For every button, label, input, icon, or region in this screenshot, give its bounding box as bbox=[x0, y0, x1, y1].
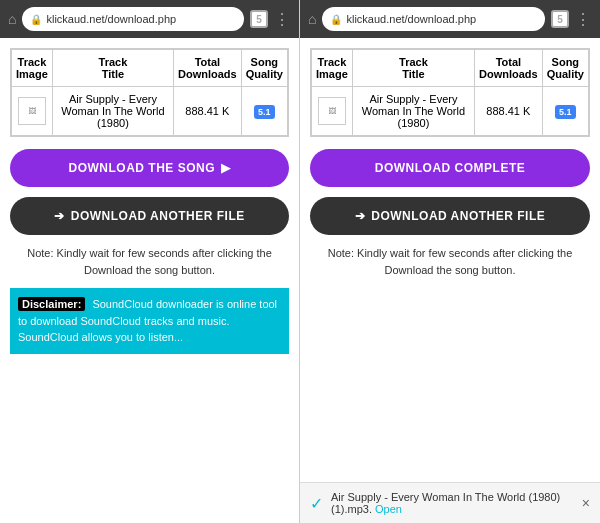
lock-icon-right: 🔒 bbox=[330, 14, 342, 25]
table-row-left: 🖼 Air Supply - Every Woman In The World … bbox=[12, 87, 288, 136]
browser-bar-right: ⌂ 🔒 klickaud.net/download.php 5 ⋮ bbox=[300, 0, 600, 38]
col-header-song-quality-right: SongQuality bbox=[542, 50, 588, 87]
col-header-track-image-right: TrackImage bbox=[312, 50, 353, 87]
disclaimer-label-left: Disclaimer: bbox=[18, 297, 85, 311]
download-complete-label-right: DOWNLOAD COMPLETE bbox=[375, 161, 526, 175]
disclaimer-box-left: Disclaimer: SoundCloud downloader is onl… bbox=[10, 288, 289, 354]
page-content-right: TrackImage TrackTitle TotalDownloads Son… bbox=[300, 38, 600, 482]
tab-count-left[interactable]: 5 bbox=[250, 10, 268, 28]
table-row-right: 🖼 Air Supply - Every Woman In The World … bbox=[312, 87, 589, 136]
arrow-icon-right: ➔ bbox=[355, 209, 366, 223]
quality-badge-right: 5.1 bbox=[555, 105, 576, 119]
url-bar-right[interactable]: 🔒 klickaud.net/download.php bbox=[322, 7, 545, 31]
menu-dots-left[interactable]: ⋮ bbox=[274, 10, 291, 29]
col-header-track-title-right: TrackTitle bbox=[352, 50, 474, 87]
page-content-left: TrackImage TrackTitle TotalDownloads Son… bbox=[0, 38, 299, 523]
track-image-cell-right: 🖼 bbox=[312, 87, 353, 136]
url-text-left: klickaud.net/download.php bbox=[46, 13, 176, 25]
col-header-song-quality-left: SongQuality bbox=[241, 50, 287, 87]
col-header-total-downloads-right: TotalDownloads bbox=[475, 50, 543, 87]
filename-text: Air Supply - Every Woman In The World (1… bbox=[331, 491, 560, 515]
download-another-label-left: DOWNLOAD ANOTHER FILE bbox=[71, 209, 245, 223]
col-header-track-image-left: TrackImage bbox=[12, 50, 53, 87]
quality-badge-left: 5.1 bbox=[254, 105, 275, 119]
download-bar-right: ✓ Air Supply - Every Woman In The World … bbox=[300, 482, 600, 523]
download-complete-button-right[interactable]: DOWNLOAD COMPLETE bbox=[310, 149, 590, 187]
arrow-icon-left: ➔ bbox=[54, 209, 65, 223]
play-circle-icon-left: ▶ bbox=[221, 161, 231, 175]
downloads-cell-left: 888.41 K bbox=[174, 87, 242, 136]
right-panel: ⌂ 🔒 klickaud.net/download.php 5 ⋮ TrackI… bbox=[300, 0, 600, 523]
download-another-label-right: DOWNLOAD ANOTHER FILE bbox=[371, 209, 545, 223]
note-text-right: Note: Kindly wait for few seconds after … bbox=[310, 245, 590, 278]
tab-count-right[interactable]: 5 bbox=[551, 10, 569, 28]
track-table-right: TrackImage TrackTitle TotalDownloads Son… bbox=[310, 48, 590, 137]
download-song-button-left[interactable]: DOWNLOAD THE SONG ▶ bbox=[10, 149, 289, 187]
track-table-left: TrackImage TrackTitle TotalDownloads Son… bbox=[10, 48, 289, 137]
menu-dots-right[interactable]: ⋮ bbox=[575, 10, 592, 29]
download-check-icon: ✓ bbox=[310, 494, 323, 513]
url-text-right: klickaud.net/download.php bbox=[346, 13, 476, 25]
browser-bar-left: ⌂ 🔒 klickaud.net/download.php 5 ⋮ bbox=[0, 0, 299, 38]
col-header-track-title-left: TrackTitle bbox=[52, 50, 173, 87]
download-song-label-left: DOWNLOAD THE SONG bbox=[69, 161, 216, 175]
track-title-cell-right: Air Supply - Every Woman In The World (1… bbox=[352, 87, 474, 136]
track-image-placeholder-right: 🖼 bbox=[318, 97, 346, 125]
downloads-cell-right: 888.41 K bbox=[475, 87, 543, 136]
left-panel: ⌂ 🔒 klickaud.net/download.php 5 ⋮ TrackI… bbox=[0, 0, 300, 523]
track-title-cell-left: Air Supply - Every Woman In The World (1… bbox=[52, 87, 173, 136]
track-image-placeholder-left: 🖼 bbox=[18, 97, 46, 125]
download-another-button-left[interactable]: ➔ DOWNLOAD ANOTHER FILE bbox=[10, 197, 289, 235]
quality-cell-left: 5.1 bbox=[241, 87, 287, 136]
url-bar-left[interactable]: 🔒 klickaud.net/download.php bbox=[22, 7, 244, 31]
home-icon-right[interactable]: ⌂ bbox=[308, 11, 316, 27]
download-another-button-right[interactable]: ➔ DOWNLOAD ANOTHER FILE bbox=[310, 197, 590, 235]
lock-icon-left: 🔒 bbox=[30, 14, 42, 25]
col-header-total-downloads-left: TotalDownloads bbox=[174, 50, 242, 87]
download-filename: Air Supply - Every Woman In The World (1… bbox=[331, 491, 574, 515]
quality-cell-right: 5.1 bbox=[542, 87, 588, 136]
download-close-button[interactable]: × bbox=[582, 495, 590, 511]
home-icon[interactable]: ⌂ bbox=[8, 11, 16, 27]
note-text-left: Note: Kindly wait for few seconds after … bbox=[10, 245, 289, 278]
download-open-link[interactable]: Open bbox=[375, 503, 402, 515]
track-image-cell-left: 🖼 bbox=[12, 87, 53, 136]
